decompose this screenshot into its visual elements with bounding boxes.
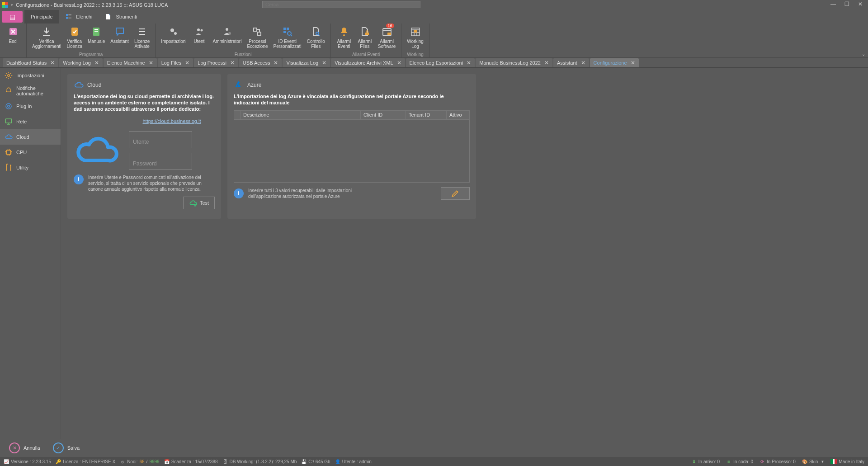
close-icon[interactable]: ✕	[581, 60, 585, 66]
azure-th-descrizione[interactable]: Descrizione	[241, 111, 361, 119]
tab-manuale-bl2022[interactable]: Manuale BusinessLog 2022✕	[476, 58, 552, 67]
sidebar-item-plugin[interactable]: Plug In	[0, 99, 61, 114]
user-icon: 👤	[335, 459, 340, 464]
tab-elenchi[interactable]: Elenchi	[59, 10, 99, 24]
tab-principale[interactable]: Principale	[24, 10, 59, 24]
close-icon[interactable]: ✕	[185, 60, 189, 66]
dtab-label: DashBoard Status	[6, 60, 47, 66]
svg-point-23	[288, 32, 291, 35]
licenze-attivate-button[interactable]: Licenze Attivate	[132, 24, 152, 51]
gears-icon	[167, 25, 180, 38]
status-made-in-italy: Made in Italy	[839, 459, 864, 464]
file-lock-icon	[359, 25, 371, 38]
svg-rect-28	[365, 33, 369, 35]
search-wrap	[262, 1, 420, 8]
svg-rect-19	[258, 32, 261, 35]
cloud-icon	[5, 133, 13, 141]
cloud-user-input[interactable]	[129, 131, 192, 148]
allarmi-files-button[interactable]: Allarmi Files	[354, 24, 375, 51]
svg-point-14	[197, 28, 200, 31]
manuale-button[interactable]: Manuale	[85, 24, 108, 51]
close-icon[interactable]: ✕	[230, 60, 235, 66]
tab-log-processi[interactable]: Log Processi✕	[194, 58, 238, 67]
impostazioni-button[interactable]: Impostazioni	[158, 24, 189, 51]
verifica-aggiornamenti-button[interactable]: Verifica Aggiornamenti	[29, 24, 64, 51]
azure-info-text: Inserire tutti i 3 valori recuperabili d…	[248, 188, 366, 199]
title-caret-icon[interactable]: ▾	[11, 3, 13, 7]
node-icon: ⎋	[120, 459, 125, 464]
close-icon[interactable]: ✕	[274, 60, 278, 66]
tab-working-log[interactable]: Working Log✕	[59, 58, 103, 67]
tab-visualizza-log[interactable]: Visualizza Log✕	[283, 58, 330, 67]
close-icon[interactable]: ✕	[397, 60, 401, 66]
amministratori-button[interactable]: Amministratori	[210, 24, 245, 51]
assistant-button[interactable]: Assistant	[108, 24, 132, 51]
group-working-label: Working	[401, 52, 429, 57]
working-log-button[interactable]: Working Log	[404, 24, 426, 51]
maximize-button[interactable]: ❐	[841, 0, 853, 8]
sidebar-item-cpu[interactable]: CPU	[0, 145, 61, 160]
tab-assistant[interactable]: Assistant✕	[553, 58, 589, 67]
azure-th-tenantid[interactable]: Tenant ID	[406, 111, 447, 119]
sidebar-item-label: Utility	[16, 165, 28, 170]
allarmi-sw-label: Allarmi Software	[378, 39, 396, 49]
dtab-label: Configurazione	[594, 60, 627, 66]
dtab-label: Visualizzatore Archivi XML	[335, 60, 393, 66]
tab-strumenti[interactable]: Strumenti	[99, 10, 143, 24]
queue-icon: ≡	[726, 459, 731, 464]
licenze-att-label: Licenze Attivate	[134, 39, 150, 49]
esci-button[interactable]: Esci	[3, 24, 24, 51]
cancel-circle-icon: ✕	[9, 442, 20, 453]
tab-usb-access[interactable]: USB Access✕	[239, 58, 282, 67]
allarmi-software-button[interactable]: 16 Allarmi Software	[375, 24, 398, 51]
id-eventi-button[interactable]: ID Eventi Personalizzati	[271, 24, 304, 51]
tab-dashboard-status[interactable]: DashBoard Status✕	[3, 58, 58, 67]
ribbon-collapse-button[interactable]: ⌄	[862, 52, 865, 56]
sidebar-item-impostazioni[interactable]: Impostazioni	[0, 68, 61, 83]
utenti-button[interactable]: Utenti	[189, 24, 210, 51]
close-icon[interactable]: ✕	[544, 60, 549, 66]
sidebar-item-utility[interactable]: Utility	[0, 160, 61, 175]
sidebar-item-cloud[interactable]: Cloud	[0, 129, 61, 145]
skin-selector[interactable]: 🎨Skin▼	[802, 459, 824, 464]
cloud-password-input[interactable]	[129, 153, 192, 170]
tab-visualizzatore-xml[interactable]: Visualizzatore Archivi XML✕	[331, 58, 405, 67]
sidebar-item-rete[interactable]: Rete	[0, 114, 61, 129]
azure-th-attivo[interactable]: Attivo	[447, 111, 469, 119]
minimize-button[interactable]: —	[827, 0, 839, 8]
amministratori-label: Amministratori	[213, 39, 242, 44]
close-icon[interactable]: ✕	[50, 60, 55, 66]
sidebar-item-label: Plug In	[16, 104, 32, 109]
tab-configurazione[interactable]: Configurazione✕	[590, 58, 639, 67]
cloud-test-button[interactable]: Test	[183, 197, 215, 209]
annulla-button[interactable]: ✕ Annulla	[5, 442, 45, 454]
svg-point-17	[228, 32, 231, 35]
close-icon[interactable]: ✕	[631, 60, 635, 66]
azure-edit-button[interactable]	[441, 187, 470, 200]
close-icon[interactable]: ✕	[94, 60, 99, 66]
tab-log-files[interactable]: Log Files✕	[158, 58, 193, 67]
processi-eccezione-button[interactable]: Processi Eccezione	[244, 24, 270, 51]
sidebar-item-notifiche[interactable]: Notifiche automatiche	[0, 83, 61, 99]
verifica-licenza-button[interactable]: Verifica Licenza	[64, 24, 85, 51]
tab-elenco-log-esport[interactable]: Elenco Log Esportazioni✕	[406, 58, 475, 67]
controllo-files-button[interactable]: Controllo Files	[304, 24, 328, 51]
svg-rect-0	[66, 14, 68, 16]
cloud-portal-link[interactable]: https://cloud.businesslog.it	[129, 118, 215, 124]
file-menu-button[interactable]: ▤	[2, 11, 23, 23]
assistant-label: Assistant	[110, 39, 129, 44]
allarmi-sw-badge: 16	[386, 24, 394, 28]
list-icon	[136, 25, 148, 38]
azure-panel: Azure L'importazione dei log Azure è vin…	[227, 74, 476, 219]
search-input[interactable]	[262, 1, 420, 8]
calendar-grid-icon	[409, 25, 422, 38]
close-icon[interactable]: ✕	[149, 60, 153, 66]
close-icon[interactable]: ✕	[322, 60, 326, 66]
allarmi-eventi-button[interactable]: Allarmi Eventi	[334, 24, 354, 51]
azure-th-clientid[interactable]: Client ID	[361, 111, 406, 119]
close-icon[interactable]: ✕	[467, 60, 471, 66]
salva-button[interactable]: ✓ Salva	[48, 442, 85, 454]
close-window-button[interactable]: ✕	[854, 0, 866, 8]
group-funzioni-label: Funzioni	[156, 52, 330, 57]
tab-elenco-macchine[interactable]: Elenco Macchine✕	[104, 58, 157, 67]
